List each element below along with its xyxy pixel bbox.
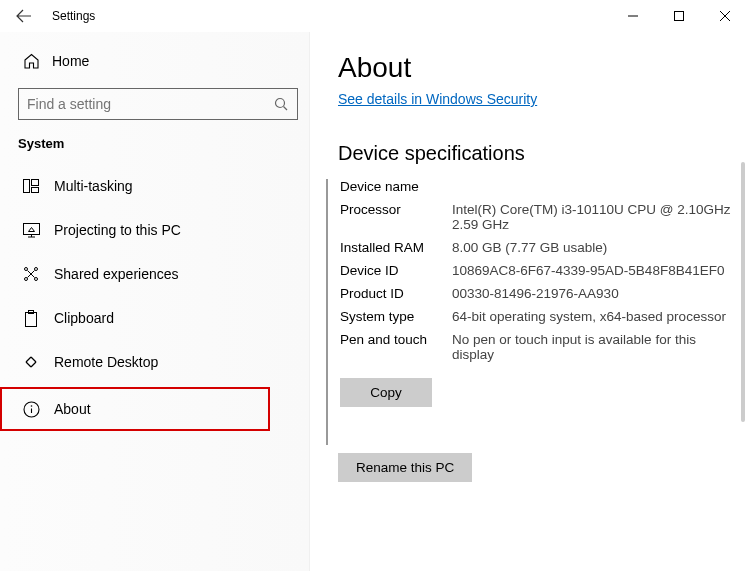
app-title: Settings xyxy=(52,9,95,23)
back-button[interactable] xyxy=(14,6,34,26)
sidebar-item-remote[interactable]: Remote Desktop xyxy=(18,343,305,381)
spec-label: Device name xyxy=(340,179,452,194)
svg-point-12 xyxy=(25,268,28,271)
svg-rect-9 xyxy=(23,223,39,234)
svg-point-13 xyxy=(35,268,38,271)
maximize-icon xyxy=(674,11,684,21)
sidebar-home-label: Home xyxy=(52,53,89,69)
spec-label: Pen and touch xyxy=(340,332,452,362)
svg-point-25 xyxy=(30,405,32,407)
svg-point-15 xyxy=(35,278,38,281)
multitasking-icon xyxy=(22,177,40,195)
sidebar-item-shared[interactable]: Shared experiences xyxy=(18,255,305,293)
spec-value: 8.00 GB (7.77 GB usable) xyxy=(452,240,607,255)
spec-value: Intel(R) Core(TM) i3-10110U CPU @ 2.10GH… xyxy=(452,202,738,232)
titlebar-left: Settings xyxy=(14,6,95,26)
spec-processor: Processor Intel(R) Core(TM) i3-10110U CP… xyxy=(340,202,738,232)
sidebar-item-label: Clipboard xyxy=(54,310,114,326)
svg-rect-18 xyxy=(26,312,37,326)
svg-rect-7 xyxy=(32,180,39,186)
spec-value: 64-bit operating system, x64-based proce… xyxy=(452,309,726,324)
spec-ram: Installed RAM 8.00 GB (7.77 GB usable) xyxy=(340,240,738,255)
spec-label: Product ID xyxy=(340,286,452,301)
sidebar-item-label: Shared experiences xyxy=(54,266,179,282)
svg-point-4 xyxy=(276,98,285,107)
svg-line-23 xyxy=(26,357,31,362)
specs-heading: Device specifications xyxy=(338,142,738,165)
minimize-icon xyxy=(628,11,638,21)
arrow-left-icon xyxy=(16,8,32,24)
clipboard-icon xyxy=(22,309,40,327)
sidebar-item-about[interactable]: About xyxy=(0,387,270,431)
home-icon xyxy=(22,52,40,70)
sidebar-item-clipboard[interactable]: Clipboard xyxy=(18,299,305,337)
page-title: About xyxy=(338,52,738,84)
svg-line-21 xyxy=(26,362,31,367)
close-button[interactable] xyxy=(702,0,748,32)
spec-label: Installed RAM xyxy=(340,240,452,255)
projecting-icon xyxy=(22,221,40,239)
spec-label: System type xyxy=(340,309,452,324)
minimize-button[interactable] xyxy=(610,0,656,32)
remote-icon xyxy=(22,353,40,371)
security-link[interactable]: See details in Windows Security xyxy=(338,91,537,107)
specs-block: Device name Processor Intel(R) Core(TM) … xyxy=(326,179,738,445)
shared-icon xyxy=(22,265,40,283)
svg-rect-8 xyxy=(32,188,39,193)
search-icon xyxy=(274,97,289,112)
svg-line-20 xyxy=(31,357,36,362)
svg-rect-6 xyxy=(24,180,30,193)
spec-system-type: System type 64-bit operating system, x64… xyxy=(340,309,738,324)
maximize-button[interactable] xyxy=(656,0,702,32)
sidebar-home[interactable]: Home xyxy=(18,44,305,78)
spec-device-id: Device ID 10869AC8-6F67-4339-95AD-5B48F8… xyxy=(340,263,738,278)
svg-point-14 xyxy=(25,278,28,281)
spec-pen-touch: Pen and touch No pen or touch input is a… xyxy=(340,332,738,362)
spec-value: 00330-81496-21976-AA930 xyxy=(452,286,619,301)
spec-value: 10869AC8-6F67-4339-95AD-5B48F8B41EF0 xyxy=(452,263,724,278)
sidebar-item-label: Projecting to this PC xyxy=(54,222,181,238)
search-input[interactable] xyxy=(27,96,274,112)
svg-rect-1 xyxy=(675,12,684,21)
spec-device-name: Device name xyxy=(340,179,738,194)
close-icon xyxy=(720,11,730,21)
spec-value: No pen or touch input is available for t… xyxy=(452,332,738,362)
sidebar-item-multitasking[interactable]: Multi-tasking xyxy=(18,167,305,205)
spec-product-id: Product ID 00330-81496-21976-AA930 xyxy=(340,286,738,301)
sidebar-item-projecting[interactable]: Projecting to this PC xyxy=(18,211,305,249)
svg-line-5 xyxy=(284,106,288,110)
main-panel: About See details in Windows Security De… xyxy=(310,32,748,571)
about-icon xyxy=(22,400,40,418)
rename-pc-button[interactable]: Rename this PC xyxy=(338,453,472,482)
sidebar-item-label: About xyxy=(54,401,91,417)
spec-label: Processor xyxy=(340,202,452,232)
content: Home System Multi-tasking Projecting to … xyxy=(0,32,748,571)
sidebar-section-label: System xyxy=(18,136,305,151)
copy-button[interactable]: Copy xyxy=(340,378,432,407)
titlebar: Settings xyxy=(0,0,748,32)
scrollbar[interactable] xyxy=(741,162,745,422)
sidebar: Home System Multi-tasking Projecting to … xyxy=(0,32,310,571)
spec-label: Device ID xyxy=(340,263,452,278)
window-controls xyxy=(610,0,748,32)
sidebar-item-label: Remote Desktop xyxy=(54,354,158,370)
sidebar-item-label: Multi-tasking xyxy=(54,178,133,194)
search-box[interactable] xyxy=(18,88,298,120)
svg-line-22 xyxy=(31,362,36,367)
